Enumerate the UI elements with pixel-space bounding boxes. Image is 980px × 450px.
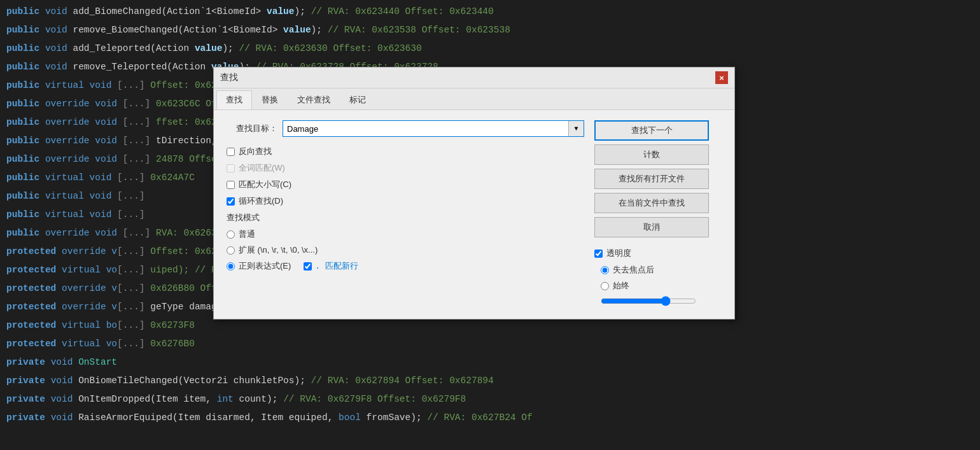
wrap-checkbox[interactable] <box>227 197 235 206</box>
checkbox-match-case: 匹配大小写(C) <box>227 179 584 190</box>
search-select-wrapper: ▼ <box>283 120 584 137</box>
code-line-19: protected virtual vo[...] 0x6276B0 <box>6 335 974 353</box>
radio-normal: 普通 <box>227 229 584 240</box>
transparency-title: 透明度 <box>594 248 722 259</box>
code-line-21: private void OnBiomeTileChanged(Vector2i… <box>6 372 974 390</box>
dialog-title: 查找 <box>220 72 238 83</box>
tab-find[interactable]: 查找 <box>216 90 252 109</box>
radio-regex: 正则表达式(E) <box>227 260 291 272</box>
search-row: 查找目标： ▼ <box>227 120 584 137</box>
code-line-23: private void RaiseArmorEquiped(Item disa… <box>6 409 974 427</box>
tab-mark[interactable]: 标记 <box>340 90 375 109</box>
code-line-22: private void OnItemDropped(Item item, in… <box>6 390 974 409</box>
section-mode-title: 查找模式 <box>227 212 584 223</box>
transparency-section: 透明度 失去焦点后 始终 <box>594 248 722 309</box>
radio-normal-label[interactable]: 普通 <box>239 229 255 240</box>
slider-container <box>594 296 722 309</box>
code-line-2: public void remove_BiomeChanged(Action`1… <box>6 21 974 39</box>
dialog-body: 查找目标： ▼ 反向查找 全词匹配(W) 匹配大小写(C) <box>214 110 734 319</box>
find-next-button[interactable]: 查找下一个 <box>594 120 709 141</box>
radio-extended: 扩展 (\n, \r, \t, \0, \x...) <box>227 244 584 256</box>
search-label: 查找目标： <box>227 123 277 134</box>
transparency-radio-always: 始终 <box>601 280 722 292</box>
radio-regex-input[interactable] <box>227 262 235 271</box>
radio-normal-input[interactable] <box>227 230 235 239</box>
radio-regex-row: 正则表达式(E) . 匹配新行 <box>227 260 584 272</box>
transparency-focus-label[interactable]: 失去焦点后 <box>613 264 654 276</box>
find-in-current-button[interactable]: 在当前文件中查找 <box>594 193 709 213</box>
find-all-open-button[interactable]: 查找所有打开文件 <box>594 169 709 189</box>
search-input[interactable] <box>283 123 568 135</box>
dotall-label[interactable]: . 匹配新行 <box>315 260 358 272</box>
checkbox-whole-word: 全词匹配(W) <box>227 162 584 174</box>
code-line-20: private void OnStart <box>6 353 974 372</box>
dialog-left-panel: 查找目标： ▼ 反向查找 全词匹配(W) 匹配大小写(C) <box>227 120 584 309</box>
code-line-1: public void add_BiomeChanged(Action`1<Bi… <box>6 3 974 21</box>
checkboxes-section: 反向查找 全词匹配(W) 匹配大小写(C) 循环查找(D) <box>227 146 584 207</box>
wrap-label[interactable]: 循环查找(D) <box>239 195 283 207</box>
inline-check-wrapper: . 匹配新行 <box>304 260 358 272</box>
search-dropdown-arrow[interactable]: ▼ <box>568 121 584 136</box>
count-button[interactable]: 计数 <box>594 144 709 165</box>
reverse-checkbox[interactable] <box>227 148 235 156</box>
whole-word-label[interactable]: 全词匹配(W) <box>239 162 285 174</box>
radio-extended-label[interactable]: 扩展 (\n, \r, \t, \0, \x...) <box>239 244 318 256</box>
transparency-always-label[interactable]: 始终 <box>613 280 629 292</box>
transparency-focus-radio[interactable] <box>601 266 609 274</box>
radio-regex-label[interactable]: 正则表达式(E) <box>239 260 291 272</box>
match-case-label[interactable]: 匹配大小写(C) <box>239 179 291 190</box>
transparency-label[interactable]: 透明度 <box>606 248 631 259</box>
reverse-label[interactable]: 反向查找 <box>239 146 272 157</box>
tab-file-find[interactable]: 文件查找 <box>288 90 340 109</box>
cancel-button[interactable]: 取消 <box>594 217 709 237</box>
tab-replace[interactable]: 替换 <box>252 90 288 109</box>
radio-extended-input[interactable] <box>227 246 235 255</box>
find-dialog: 查找 × 查找 替换 文件查找 标记 查找目标： ▼ 反向查找 <box>213 67 735 320</box>
transparency-always-radio[interactable] <box>601 282 609 290</box>
whole-word-checkbox[interactable] <box>227 164 235 172</box>
checkbox-wrap: 循环查找(D) <box>227 195 584 207</box>
dialog-titlebar: 查找 × <box>214 67 734 88</box>
transparency-checkbox[interactable] <box>594 250 603 258</box>
match-case-checkbox[interactable] <box>227 181 235 189</box>
dialog-right-panel: 查找下一个 计数 查找所有打开文件 在当前文件中查找 取消 透明度 失去焦点后 … <box>594 120 722 309</box>
dotall-checkbox[interactable] <box>304 262 312 271</box>
dialog-close-button[interactable]: × <box>715 71 728 84</box>
transparency-radio-focus: 失去焦点后 <box>601 264 722 276</box>
checkbox-reverse: 反向查找 <box>227 146 584 157</box>
transparency-slider[interactable] <box>601 296 696 306</box>
dialog-tabs: 查找 替换 文件查找 标记 <box>214 88 734 110</box>
code-line-3: public void add_Teleported(Action value)… <box>6 39 974 58</box>
